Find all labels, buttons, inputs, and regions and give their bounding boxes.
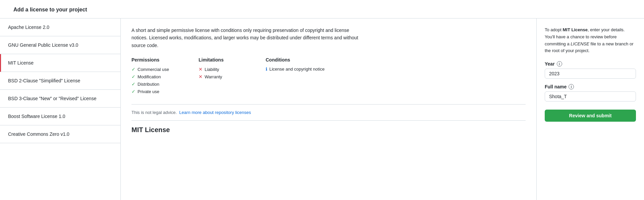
divider-2 [131,120,526,121]
permissions-title: Permissions [131,57,185,63]
year-label: Year i [545,61,636,67]
license-detail: A short and simple permissive license wi… [121,18,537,200]
cross-icon: ✕ [199,67,203,72]
year-input[interactable] [545,69,636,79]
license-item-mit[interactable]: MIT License [0,54,120,72]
page-container: Add a license to your project Apache Lic… [0,0,644,200]
fullname-input[interactable] [545,91,636,102]
license-item-bsd3[interactable]: BSD 3-Clause "New" or "Revised" License [0,90,120,108]
license-item-cc0[interactable]: Creative Commons Zero v1.0 [0,125,120,143]
conditions-title: Conditions [266,57,325,63]
check-icon: ✓ [131,67,136,72]
license-text-heading: MIT License [131,126,526,134]
year-info-icon[interactable]: i [557,61,562,67]
license-list: Apache License 2.0 GNU General Public Li… [0,18,121,200]
license-item-gpl[interactable]: GNU General Public License v3.0 [0,36,120,54]
limitations-group: Limitations ✕ Liability ✕ Warranty [199,57,252,96]
cross-icon: ✕ [199,74,203,79]
permission-commercial: ✓ Commercial use [131,67,185,72]
page-title: Add a license to your project [13,7,87,12]
license-description: A short and simple permissive license wi… [131,27,360,49]
review-submit-button[interactable]: Review and submit [545,110,636,122]
check-icon: ✓ [131,74,136,79]
adoption-file-name: LICENSE [571,41,589,46]
limitation-warranty: ✕ Warranty [199,74,252,79]
adoption-description: To adopt MIT License, enter your details… [545,27,636,54]
info-circle-icon: ℹ [266,67,267,72]
legal-link[interactable]: Learn more about repository licenses [179,110,251,115]
permission-private: ✓ Private use [131,89,185,94]
fullname-info-icon[interactable]: i [569,84,574,89]
adoption-panel: To adopt MIT License, enter your details… [537,18,644,200]
limitations-title: Limitations [199,57,252,63]
permissions-group: Permissions ✓ Commercial use ✓ Modificat… [131,57,185,96]
adoption-license-name: MIT License [563,27,588,32]
legal-notice: This is not legal advice. Learn more abo… [131,110,526,115]
limitation-liability: ✕ Liability [199,67,252,72]
fullname-label: Full name i [545,84,636,89]
license-item-bsd2[interactable]: BSD 2-Clause "Simplified" License [0,72,120,90]
check-icon: ✓ [131,89,136,94]
conditions-group: Conditions ℹ License and copyright notic… [266,57,325,96]
license-attributes: Permissions ✓ Commercial use ✓ Modificat… [131,57,526,96]
license-item-boost[interactable]: Boost Software License 1.0 [0,108,120,125]
permission-distribution: ✓ Distribution [131,81,185,87]
main-layout: Apache License 2.0 GNU General Public Li… [0,18,644,200]
license-item-apache[interactable]: Apache License 2.0 [0,18,120,36]
check-icon: ✓ [131,81,136,87]
condition-copyright: ℹ License and copyright notice [266,67,325,72]
permission-modification: ✓ Modification [131,74,185,79]
page-header: Add a license to your project [0,0,644,18]
divider [131,104,526,105]
